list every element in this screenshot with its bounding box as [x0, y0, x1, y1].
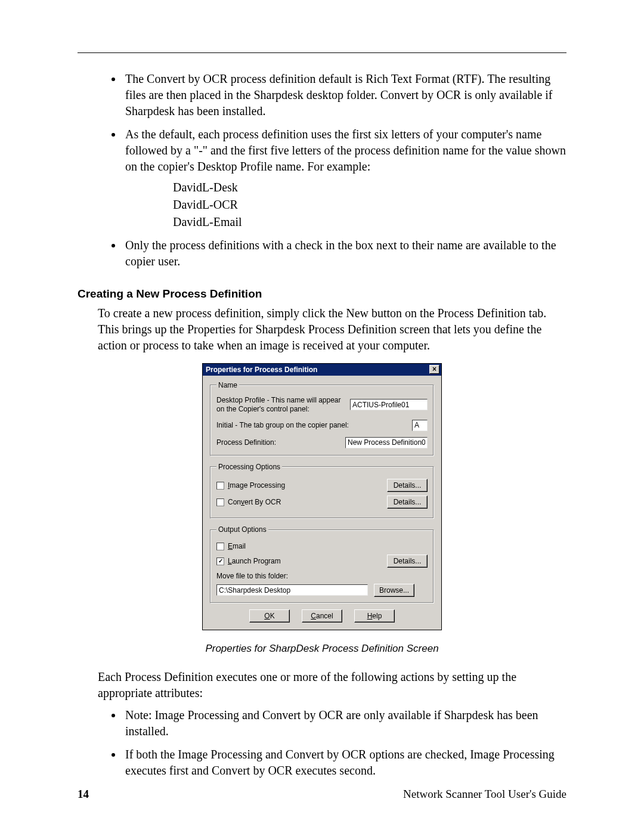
move-file-input[interactable]: [216, 584, 368, 596]
close-button[interactable]: ×: [429, 365, 439, 374]
page-footer: 14 Network Scanner Tool User's Guide: [78, 786, 566, 802]
processing-options-group: Processing Options Image Processing Deta…: [210, 462, 434, 519]
example-line: DavidL-Email: [173, 214, 566, 230]
launch-program-details-button[interactable]: Details...: [387, 555, 428, 568]
example-line: DavidL-OCR: [173, 197, 566, 213]
ok-button[interactable]: OK: [249, 609, 290, 623]
example-list: DavidL-Desk DavidL-OCR DavidL-Email: [173, 179, 566, 230]
desktop-profile-label: Desktop Profile - This name will appear …: [216, 396, 345, 414]
browse-button[interactable]: Browse...: [374, 584, 414, 597]
paragraph: To create a new process definition, simp…: [98, 305, 566, 354]
processing-options-legend: Processing Options: [216, 462, 282, 472]
move-file-label: Move file to this folder:: [216, 571, 428, 581]
figure-caption: Properties for SharpDesk Process Definit…: [78, 642, 566, 656]
name-group: Name Desktop Profile - This name will ap…: [210, 380, 434, 456]
page-number: 14: [78, 786, 89, 802]
convert-ocr-label: Convert By OCR: [228, 497, 281, 507]
bullet-item: Note: Image Processing and Convert by OC…: [123, 707, 566, 739]
email-checkbox[interactable]: [216, 543, 224, 550]
bullet-item: If both the Image Processing and Convert…: [123, 747, 566, 779]
footer-title: Network Scanner Tool User's Guide: [403, 786, 566, 802]
process-definition-label: Process Definition:: [216, 438, 340, 447]
initial-input[interactable]: [412, 420, 428, 431]
bullet-text: As the default, each process definition …: [125, 128, 566, 173]
output-options-group: Output Options Email Launch Program Deta…: [210, 525, 434, 603]
horizontal-rule: [78, 52, 566, 53]
bullet-item: As the default, each process definition …: [123, 126, 566, 230]
properties-dialog: Properties for Process Definition × Name…: [202, 363, 442, 630]
paragraph: Each Process Definition executes one or …: [98, 669, 566, 701]
process-definition-input[interactable]: [345, 437, 428, 448]
example-line: DavidL-Desk: [173, 179, 566, 196]
output-options-legend: Output Options: [216, 525, 268, 534]
image-processing-label: Image Processing: [228, 481, 285, 490]
name-group-legend: Name: [216, 380, 239, 390]
dialog-titlebar: Properties for Process Definition ×: [203, 364, 441, 376]
image-processing-checkbox[interactable]: [216, 482, 224, 490]
section-heading: Creating a New Process Definition: [78, 286, 566, 302]
launch-program-checkbox[interactable]: [216, 558, 224, 565]
bullet-item: The Convert by OCR process definition de…: [123, 71, 566, 119]
initial-label: Initial - The tab group on the copier pa…: [216, 421, 407, 430]
email-label: Email: [228, 541, 246, 551]
convert-ocr-checkbox[interactable]: [216, 498, 224, 506]
dialog-title: Properties for Process Definition: [206, 364, 317, 376]
convert-ocr-details-button[interactable]: Details...: [387, 496, 428, 509]
bullet-item: Only the process definitions with a chec…: [123, 237, 566, 270]
launch-program-label: Launch Program: [228, 556, 281, 566]
help-button[interactable]: Help: [354, 609, 395, 623]
image-processing-details-button[interactable]: Details...: [387, 479, 428, 492]
cancel-button[interactable]: Cancel: [302, 609, 342, 623]
desktop-profile-input[interactable]: [350, 399, 428, 410]
